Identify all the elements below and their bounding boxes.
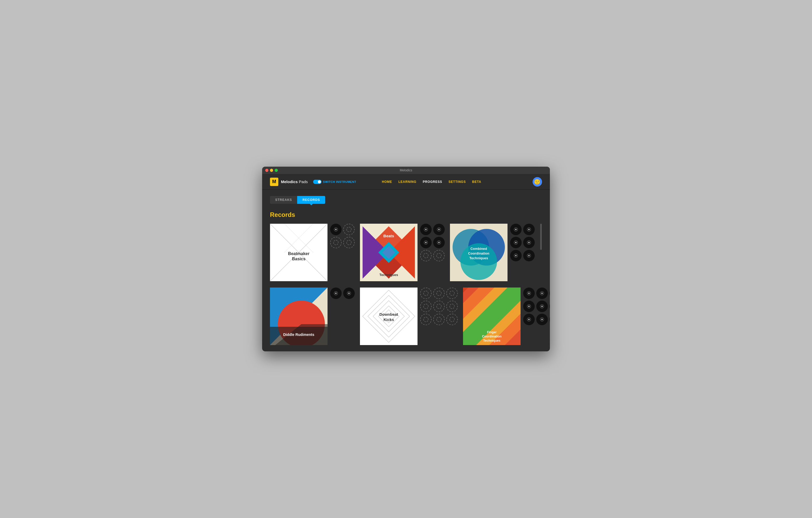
vinyl-filled [510, 224, 522, 235]
vinyl-filled [433, 224, 445, 235]
vinyl-filled [523, 314, 535, 325]
vinyl-empty [433, 288, 445, 299]
records-row-2: Diddle Rudiments [270, 288, 542, 345]
vinyl-empty [446, 314, 458, 325]
album-art-beatmaker[interactable]: Beatmaker Basics [270, 224, 327, 281]
nav-links: HOME LEARNING PROGRESS SETTINGS BETA [382, 180, 481, 184]
vinyl-filled [510, 237, 522, 248]
album-art-beats[interactable]: Beats Techniques [360, 224, 417, 281]
vinyl-group-beats [420, 224, 445, 261]
vinyl-filled [549, 288, 550, 299]
svg-text:Beats: Beats [383, 234, 394, 238]
svg-text:Downbeat: Downbeat [379, 312, 398, 317]
traffic-lights [265, 169, 278, 172]
tab-records[interactable]: RECORDS [297, 196, 325, 204]
vinyl-filled [523, 224, 535, 235]
user-avatar[interactable]: 🙂 [532, 177, 542, 186]
svg-text:Techniques: Techniques [469, 256, 488, 260]
logo-area: M Melodics Pads SWITCH INSTRUMENT [270, 178, 356, 186]
vinyl-filled [433, 237, 445, 248]
vinyl-filled [420, 237, 432, 248]
vinyl-filled [420, 224, 432, 235]
switch-label[interactable]: SWITCH INSTRUMENT [323, 180, 356, 183]
minimize-button[interactable] [270, 169, 273, 172]
record-beatmaker-basics: Beatmaker Basics [270, 224, 355, 281]
vinyl-empty [420, 250, 432, 261]
album-art-diddle[interactable]: Diddle Rudiments [270, 288, 327, 345]
svg-text:Coordination: Coordination [468, 252, 489, 255]
record-finger-coordination: Finger Coordination Techniques [463, 288, 550, 345]
nav-home[interactable]: HOME [382, 180, 392, 184]
vinyl-empty [433, 300, 445, 312]
navbar: M Melodics Pads SWITCH INSTRUMENT HOME L… [262, 174, 550, 190]
vinyl-empty [446, 300, 458, 312]
vinyl-filled [523, 237, 535, 248]
record-combined-coordination: Combined Coordination Techniques [450, 224, 535, 281]
vinyl-empty [420, 288, 432, 299]
logo-m: M [272, 179, 276, 184]
svg-text:Coordination: Coordination [482, 335, 502, 338]
tabs: STREAKS RECORDS [270, 196, 542, 204]
main-content: STREAKS RECORDS Records [262, 190, 550, 351]
record-downbeat-kicks: Downbeat Kicks [360, 288, 458, 345]
record-diddle-rudiments: Diddle Rudiments [270, 288, 355, 345]
vinyl-empty [330, 237, 342, 248]
album-art-downbeat[interactable]: Downbeat Kicks [360, 288, 417, 345]
nav-settings[interactable]: SETTINGS [448, 180, 466, 184]
switch-instrument-area: SWITCH INSTRUMENT [313, 180, 356, 184]
svg-text:Basics: Basics [292, 257, 306, 261]
vinyl-filled [523, 300, 535, 312]
nav-progress[interactable]: PROGRESS [423, 180, 442, 184]
vinyl-group-finger [523, 288, 550, 325]
scrollbar [540, 224, 542, 281]
svg-text:Combined: Combined [470, 247, 487, 251]
vinyl-filled [330, 288, 342, 299]
vinyl-filled [536, 314, 548, 325]
vinyl-filled [549, 300, 550, 312]
vinyl-filled [536, 288, 548, 299]
logo-box: M [270, 178, 278, 186]
tab-streaks[interactable]: STREAKS [270, 196, 297, 204]
vinyl-empty [433, 314, 445, 325]
svg-text:Diddle Rudiments: Diddle Rudiments [283, 333, 314, 337]
close-button[interactable] [265, 169, 268, 172]
svg-text:Finger: Finger [487, 330, 497, 334]
vinyl-empty [420, 300, 432, 312]
nav-beta[interactable]: BETA [472, 180, 481, 184]
vinyl-group-beatmaker [330, 224, 355, 248]
vinyl-filled [330, 224, 342, 235]
vinyl-group-combined [510, 224, 535, 261]
vinyl-filled [343, 288, 355, 299]
vinyl-empty [420, 314, 432, 325]
switch-toggle[interactable] [313, 180, 321, 184]
svg-text:Kicks: Kicks [383, 317, 394, 322]
vinyl-group-downbeat [420, 288, 458, 325]
svg-text:Techniques: Techniques [379, 273, 398, 277]
vinyl-filled [549, 314, 550, 325]
vinyl-empty [433, 250, 445, 261]
vinyl-empty [343, 224, 355, 235]
svg-text:Beatmaker: Beatmaker [288, 252, 310, 256]
vinyl-group-diddle [330, 288, 355, 299]
vinyl-empty [343, 237, 355, 248]
vinyl-filled [523, 250, 535, 261]
vinyl-empty [446, 288, 458, 299]
app-window: Melodics M Melodics Pads SWITCH INSTRUME… [262, 167, 550, 351]
vinyl-filled [510, 250, 522, 261]
window-title: Melodics [400, 169, 412, 172]
app-name: Melodics Pads [281, 179, 308, 184]
records-grid: Beatmaker Basics [270, 224, 542, 345]
section-title: Records [270, 211, 542, 219]
vinyl-filled [536, 300, 548, 312]
maximize-button[interactable] [275, 169, 278, 172]
records-row-1: Beatmaker Basics [270, 224, 542, 281]
svg-text:Techniques: Techniques [483, 339, 500, 342]
album-art-combined[interactable]: Combined Coordination Techniques [450, 224, 508, 281]
nav-learning[interactable]: LEARNING [399, 180, 416, 184]
vinyl-filled [523, 288, 535, 299]
title-bar: Melodics [262, 167, 550, 174]
album-art-finger[interactable]: Finger Coordination Techniques [463, 288, 521, 345]
record-beats-techniques: Beats Techniques [360, 224, 445, 281]
